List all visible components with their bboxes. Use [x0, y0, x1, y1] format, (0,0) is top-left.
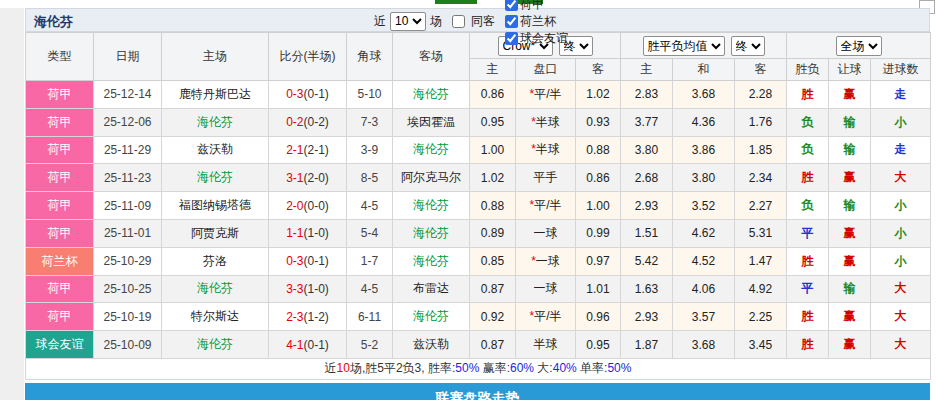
league-checkbox[interactable] — [505, 0, 518, 11]
wdl-result-cell: 负 — [787, 108, 829, 136]
league-checkbox[interactable] — [505, 15, 518, 28]
score-cell: 3-3(1-0) — [269, 275, 347, 303]
euro-home-odds-cell: 2.68 — [621, 164, 673, 192]
summary-segment: 60% — [510, 361, 534, 375]
date-cell: 25-12-06 — [94, 108, 162, 136]
euro-away-odds-cell: 5.31 — [735, 219, 787, 247]
euro-away-odds-cell: 1.85 — [735, 136, 787, 164]
wdl-result-cell: 平 — [787, 219, 829, 247]
goals-result-cell: 大 — [871, 275, 931, 303]
league-type-cell: 荷甲 — [26, 303, 94, 331]
league-checkbox[interactable] — [505, 32, 518, 45]
euro-home-odds-cell: 2.93 — [621, 192, 673, 220]
away-team-cell: 阿尔克马尔 — [393, 164, 470, 192]
handicap-result-cell: 赢 — [829, 331, 871, 359]
page-left-margin — [0, 8, 24, 400]
summary-segment: 50% — [607, 361, 631, 375]
filter-bar: 近 10 场 同客 荷甲荷兰杯球会友谊 — [374, 11, 568, 31]
away-team-cell: 兹沃勒 — [393, 331, 470, 359]
away-team-cell: 海伦芬 — [393, 247, 470, 275]
scope-select[interactable]: 全场 — [836, 36, 882, 56]
euro-draw-odds-cell: 4.52 — [673, 247, 735, 275]
league-type-cell: 荷甲 — [26, 219, 94, 247]
asian-handicap-cell: *半球 — [516, 136, 576, 164]
col-header-handicap-result: 让球 — [829, 59, 871, 81]
asian-home-odds-cell: 1.02 — [470, 164, 516, 192]
corners-cell: 1-7 — [347, 247, 393, 275]
same-opponent-checkbox[interactable] — [452, 15, 465, 28]
wdl-result-cell: 平 — [787, 275, 829, 303]
date-cell: 25-11-23 — [94, 164, 162, 192]
euro-draw-odds-cell: 3.86 — [673, 136, 735, 164]
asian-away-odds-cell: 0.99 — [576, 219, 621, 247]
summary-row: 近10场,胜5平2负3, 胜率:50% 赢率:60% 大:40% 单率:50% — [26, 358, 931, 379]
euro-away-odds-cell: 2.34 — [735, 164, 787, 192]
col-header-home: 主场 — [162, 33, 269, 81]
handicap-result-cell: 输 — [829, 108, 871, 136]
summary-segment: 50% — [455, 361, 479, 375]
goals-result-cell: 小 — [871, 108, 931, 136]
asian-home-odds-cell: 0.87 — [470, 275, 516, 303]
home-team-cell: 海伦芬 — [162, 164, 269, 192]
match-row: 荷甲25-10-25海伦芬3-3(1-0)4-5布雷达0.87一球1.011.6… — [26, 275, 931, 303]
league-checkbox-label: 荷兰杯 — [520, 13, 556, 30]
euro-draw-odds-cell: 3.52 — [673, 192, 735, 220]
home-team-cell: 鹿特丹斯巴达 — [162, 81, 269, 109]
euro-away-odds-cell: 1.47 — [735, 247, 787, 275]
match-row: 荷甲25-11-09福图纳锡塔德2-0(0-0)4-5海伦芬0.88*平/半1.… — [26, 192, 931, 220]
col-header-type: 类型 — [26, 33, 94, 81]
col-header-ah-away: 客 — [576, 59, 621, 81]
euro-odds-select[interactable]: 胜平负均值 — [643, 36, 725, 56]
league-filter-item: 球会友谊 — [499, 30, 568, 47]
corners-cell: 8-5 — [347, 164, 393, 192]
away-team-cell: 海伦芬 — [393, 81, 470, 109]
asian-home-odds-cell: 1.00 — [470, 136, 516, 164]
score-cell: 0-2(0-2) — [269, 108, 347, 136]
corners-cell: 5-4 — [347, 219, 393, 247]
euro-home-odds-cell: 1.87 — [621, 331, 673, 359]
wdl-result-cell: 负 — [787, 136, 829, 164]
handicap-result-cell: 输 — [829, 275, 871, 303]
col-header-eu-draw: 和 — [673, 59, 735, 81]
section-header-bar: 联赛盘路走势 — [25, 383, 930, 400]
league-checkbox-label: 球会友谊 — [520, 30, 568, 47]
recent-count-select[interactable]: 10 — [390, 12, 426, 31]
away-team-cell: 海伦芬 — [393, 136, 470, 164]
cutoff-green-button-1 — [435, 0, 477, 4]
date-cell: 25-11-09 — [94, 192, 162, 220]
asian-handicap-cell: 一球 — [516, 219, 576, 247]
goals-result-cell: 小 — [871, 192, 931, 220]
euro-time-select[interactable]: 终 — [731, 36, 765, 56]
euro-draw-odds-cell: 3.68 — [673, 81, 735, 109]
asian-away-odds-cell: 0.86 — [576, 164, 621, 192]
goals-result-cell: 大 — [871, 331, 931, 359]
match-row: 荷甲25-12-06海伦芬0-2(0-2)7-3埃因霍温0.95*半球0.933… — [26, 108, 931, 136]
score-cell: 3-1(2-0) — [269, 164, 347, 192]
col-header-goals: 进球数 — [871, 59, 931, 81]
handicap-result-cell: 赢 — [829, 81, 871, 109]
corners-cell: 6-11 — [347, 303, 393, 331]
asian-home-odds-cell: 0.85 — [470, 247, 516, 275]
wdl-result-cell: 负 — [787, 192, 829, 220]
asian-away-odds-cell: 0.97 — [576, 247, 621, 275]
away-team-cell: 布雷达 — [393, 275, 470, 303]
col-header-wdl: 胜负 — [787, 59, 829, 81]
asian-away-odds-cell: 1.02 — [576, 81, 621, 109]
corners-cell: 3-9 — [347, 136, 393, 164]
summary-segment: 大: — [534, 361, 553, 375]
asian-away-odds-cell: 1.00 — [576, 192, 621, 220]
asian-handicap-cell: 半球 — [516, 331, 576, 359]
asian-home-odds-cell: 0.92 — [470, 303, 516, 331]
league-type-cell: 荷甲 — [26, 275, 94, 303]
euro-home-odds-cell: 5.42 — [621, 247, 673, 275]
euro-home-odds-cell: 3.77 — [621, 108, 673, 136]
home-team-cell: 福图纳锡塔德 — [162, 192, 269, 220]
col-header-eu-home: 主 — [621, 59, 673, 81]
asian-away-odds-cell: 0.93 — [576, 108, 621, 136]
wdl-result-cell: 胜 — [787, 303, 829, 331]
same-opponent-label: 同客 — [471, 13, 495, 30]
asian-handicap-cell: *一球 — [516, 247, 576, 275]
match-row: 球会友谊25-10-09海伦芬4-1(0-1)5-2兹沃勒0.87半球0.951… — [26, 331, 931, 359]
summary-segment: 赢率: — [479, 361, 510, 375]
euro-draw-odds-cell: 4.06 — [673, 275, 735, 303]
